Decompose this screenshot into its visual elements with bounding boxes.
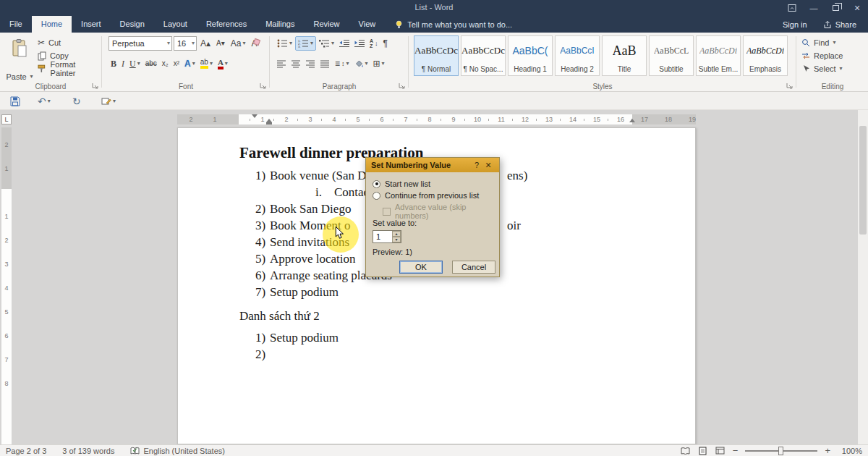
paragraph-dialog-launcher[interactable]: [398, 82, 406, 90]
zoom-out-button[interactable]: −: [733, 447, 739, 455]
save-button[interactable]: [10, 94, 20, 108]
align-center-button[interactable]: [289, 56, 303, 71]
cancel-button[interactable]: Cancel: [452, 261, 495, 274]
zoom-level[interactable]: 100%: [838, 447, 862, 455]
align-right-button[interactable]: [304, 56, 318, 71]
language-indicator[interactable]: English (United States): [130, 447, 225, 455]
tell-me-box[interactable]: Tell me what you want to do...: [395, 16, 512, 33]
clipboard-dialog-launcher[interactable]: [91, 82, 99, 90]
word-count[interactable]: 3 of 139 words: [62, 447, 114, 455]
strikethrough-button[interactable]: abc: [143, 56, 159, 71]
page-indicator[interactable]: Page 2 of 3: [6, 447, 46, 455]
multilevel-list-button[interactable]: ▾: [317, 36, 336, 51]
style-subtle-em[interactable]: AaBbCcDiSubtle Em...: [696, 35, 741, 76]
style-heading-1[interactable]: AaBbC(Heading 1: [508, 35, 553, 76]
vertical-scrollbar[interactable]: [858, 110, 868, 444]
replace-button[interactable]: Replace: [801, 50, 843, 62]
spinner-down-button[interactable]: ▾: [392, 237, 401, 242]
spinner-up-button[interactable]: ▴: [392, 231, 401, 237]
read-mode-button[interactable]: [681, 447, 691, 455]
vertical-ruler[interactable]: 2112345678: [1, 127, 12, 444]
decrease-indent-button[interactable]: [337, 36, 352, 51]
zoom-slider[interactable]: [745, 447, 817, 455]
sort-arrow-glyph: ↓: [375, 39, 378, 48]
text-effects-button[interactable]: A▾: [182, 56, 197, 71]
style-emphasis[interactable]: AaBbCcDiEmphasis: [743, 35, 788, 76]
tab-view[interactable]: View: [349, 16, 386, 33]
style-subtitle[interactable]: AaBbCcLSubtitle: [649, 35, 694, 76]
borders-button[interactable]: ⊞▾: [371, 56, 387, 71]
set-value-input[interactable]: 1: [373, 231, 392, 242]
change-case-button[interactable]: Aa▾: [229, 36, 248, 51]
sign-in-link[interactable]: Sign in: [783, 20, 807, 29]
dialog-close-button[interactable]: ×: [482, 159, 494, 171]
style-no-spac[interactable]: AaBbCcDc¶ No Spac...: [461, 35, 506, 76]
underline-button[interactable]: U▾: [127, 56, 142, 71]
tab-layout[interactable]: Layout: [154, 16, 197, 33]
word-window: List - Word — × FileHomeInsertDesignLayo…: [0, 0, 868, 456]
select-label: Select: [814, 64, 836, 73]
left-indent-marker[interactable]: [266, 122, 272, 124]
close-button[interactable]: ×: [846, 0, 868, 16]
tab-review[interactable]: Review: [305, 16, 349, 33]
style-title[interactable]: AaBTitle: [602, 35, 647, 76]
restore-button[interactable]: [825, 0, 846, 16]
redo-button[interactable]: ↻: [72, 94, 81, 108]
numbering-button[interactable]: 1.2.3. ▾: [295, 36, 316, 51]
ok-button[interactable]: OK: [399, 261, 443, 274]
bold-button[interactable]: B: [109, 56, 119, 71]
tab-insert[interactable]: Insert: [72, 16, 111, 33]
scrollbar-thumb[interactable]: [859, 126, 867, 235]
justify-button[interactable]: [318, 56, 332, 71]
horizontal-ruler[interactable]: 2112345678910111213141516171819: [177, 114, 696, 124]
font-dialog-launcher[interactable]: [259, 82, 267, 90]
font-family-combo[interactable]: Perpetua ▾: [109, 36, 172, 51]
set-value-spinner[interactable]: 1 ▴ ▾: [373, 230, 401, 243]
grow-font-button[interactable]: A▴: [198, 36, 213, 51]
superscript-button[interactable]: x²: [171, 56, 182, 71]
align-left-button[interactable]: [275, 56, 289, 71]
right-indent-marker[interactable]: [629, 119, 635, 122]
tab-home[interactable]: Home: [32, 16, 72, 33]
print-layout-button[interactable]: [698, 447, 708, 455]
clear-formatting-button[interactable]: A: [249, 36, 259, 51]
ribbon-display-options-button[interactable]: [781, 0, 803, 16]
sort-button[interactable]: AZ ↓: [367, 36, 380, 51]
start-new-list-option[interactable]: Start new list: [373, 180, 430, 188]
subscript-button[interactable]: x₂: [160, 56, 171, 71]
tab-mailings[interactable]: Mailings: [256, 16, 304, 33]
select-button[interactable]: Select ▾: [801, 63, 843, 75]
bullets-button[interactable]: ▾: [275, 36, 294, 51]
style-preview: AaBbCcDc: [414, 36, 458, 65]
tab-stop-selector[interactable]: L: [1, 114, 12, 124]
web-layout-button[interactable]: [715, 447, 726, 455]
cut-button[interactable]: ✂ Cut: [38, 37, 61, 48]
line-spacing-button[interactable]: ≡↕▾: [333, 56, 352, 71]
paste-button[interactable]: Paste▾: [4, 35, 35, 83]
shrink-font-button[interactable]: A▾: [214, 36, 227, 51]
styles-dialog-launcher[interactable]: [786, 82, 793, 90]
show-formatting-button[interactable]: ¶: [381, 36, 390, 51]
zoom-in-button[interactable]: +: [825, 447, 830, 455]
increase-indent-button[interactable]: [352, 36, 367, 51]
continue-previous-list-option[interactable]: Continue from previous list: [373, 191, 479, 200]
minimize-button[interactable]: —: [803, 0, 825, 16]
shading-button[interactable]: ▾: [352, 56, 370, 71]
zoom-thumb[interactable]: [778, 447, 783, 455]
first-line-indent-marker[interactable]: [252, 114, 258, 118]
format-painter-button[interactable]: Format Painter: [38, 63, 101, 75]
font-color-button[interactable]: A▾: [216, 56, 230, 71]
tab-file[interactable]: File: [0, 16, 32, 33]
font-size-combo[interactable]: 16 ▾: [174, 36, 197, 51]
share-button[interactable]: Share: [823, 20, 856, 29]
text-highlight-button[interactable]: ab▾: [198, 56, 215, 71]
style-heading-2[interactable]: AaBbCcIHeading 2: [555, 35, 600, 76]
style-normal[interactable]: AaBbCcDc¶ Normal: [414, 35, 459, 76]
tab-design[interactable]: Design: [111, 16, 154, 33]
italic-button[interactable]: I: [119, 56, 127, 71]
touch-mouse-mode-button[interactable]: ▾: [101, 94, 116, 108]
tab-references[interactable]: References: [197, 16, 256, 33]
dialog-help-button[interactable]: ?: [471, 161, 482, 169]
find-button[interactable]: Find ▾: [801, 37, 835, 48]
undo-button[interactable]: ↶ ▾: [38, 94, 51, 108]
